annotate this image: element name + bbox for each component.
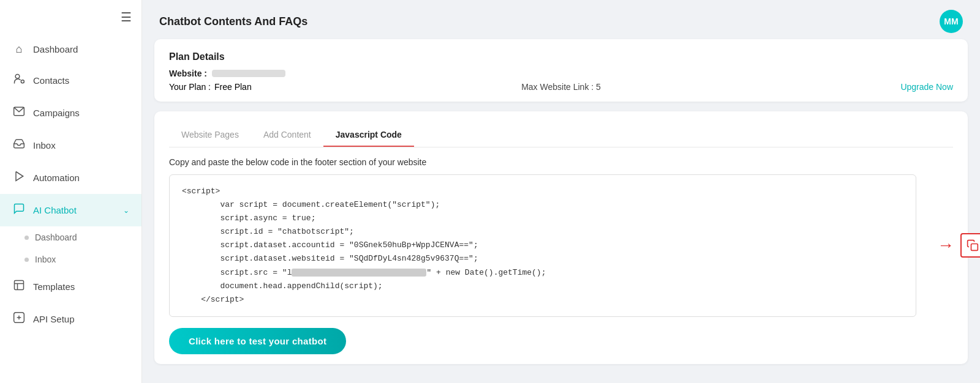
code-card: Website Pages Add Content Javascript Cod…: [154, 111, 968, 364]
sidebar-item-inbox[interactable]: Inbox: [0, 129, 141, 162]
sidebar-item-contacts[interactable]: Contacts: [0, 64, 141, 97]
sidebar-label-contacts: Contacts: [33, 75, 129, 86]
website-label: Website :: [169, 69, 207, 78]
sidebar-label-ai-chatbot: AI Chatbot: [33, 205, 116, 215]
your-plan-label: Your Plan :: [169, 82, 211, 92]
sidebar-item-ai-chatbot[interactable]: AI Chatbot ⌄: [0, 194, 141, 226]
contacts-icon: [12, 73, 26, 88]
code-line-8: document.head.appendChild(script);: [182, 280, 903, 293]
dashboard-icon: ⌂: [12, 43, 26, 56]
sidebar-sub-label-inbox: Inbox: [35, 255, 56, 264]
src-blurred: [292, 269, 426, 277]
code-line-4: script.id = "chatbotscript";: [182, 225, 903, 239]
sidebar-item-campaigns[interactable]: Campaigns: [0, 97, 141, 129]
sidebar-label-campaigns: Campaigns: [33, 108, 129, 118]
templates-icon: [12, 279, 26, 294]
your-plan-section: Your Plan : Free Plan: [169, 82, 393, 92]
sidebar-label-dashboard: Dashboard: [33, 44, 129, 54]
plan-details-card: Plan Details Website : Your Plan : Free …: [154, 39, 968, 102]
svg-point-0: [15, 75, 20, 79]
automation-icon: [12, 170, 26, 185]
sidebar-sub-chatbot-dashboard[interactable]: Dashboard: [0, 226, 141, 248]
code-outer: <script> var script = document.createEle…: [169, 174, 953, 317]
website-value-blurred: [212, 70, 285, 77]
copy-button-area: →: [937, 233, 980, 258]
sidebar-label-templates: Templates: [33, 281, 129, 292]
plan-details-title: Plan Details: [169, 51, 953, 62]
inbox-icon: [12, 138, 26, 153]
code-line-6: script.dataset.websiteid = "SQdDfDyL4sn4…: [182, 252, 903, 266]
code-line-9: </script>: [182, 293, 903, 307]
sidebar-label-api-setup: API Setup: [33, 314, 129, 324]
sidebar-label-inbox: Inbox: [33, 140, 129, 151]
code-block: <script> var script = document.createEle…: [169, 174, 916, 317]
sidebar-item-templates[interactable]: Templates: [0, 270, 141, 303]
upgrade-now-link[interactable]: Upgrade Now: [729, 82, 953, 92]
max-link-section: Max Website Link : 5: [393, 82, 729, 92]
sidebar-item-dashboard[interactable]: ⌂ Dashboard: [0, 34, 141, 64]
avatar[interactable]: MM: [940, 10, 963, 33]
topbar: Chatbot Contents And FAQs MM: [142, 0, 980, 39]
code-line-7: script.src = "l" + new Date().getTime();: [182, 266, 903, 280]
copy-button[interactable]: [960, 233, 980, 258]
ai-chatbot-icon: [12, 203, 26, 218]
plan-value: Free Plan: [214, 82, 252, 92]
max-link-label: Max Website Link :: [521, 82, 596, 92]
copy-arrow-icon: →: [937, 236, 954, 255]
svg-rect-3: [15, 281, 24, 290]
website-row: Website :: [169, 69, 953, 78]
code-description: Copy and paste the below code in the foo…: [169, 157, 953, 167]
sidebar-item-api-setup[interactable]: API Setup: [0, 303, 141, 335]
test-chatbot-button[interactable]: Click here to test your chatbot: [169, 328, 346, 354]
tab-website-pages[interactable]: Website Pages: [169, 124, 251, 147]
campaigns-icon: [12, 105, 26, 121]
tabs-bar: Website Pages Add Content Javascript Cod…: [169, 124, 953, 147]
hamburger-icon: ☰: [121, 10, 132, 24]
code-line-2: var script = document.createElement("scr…: [182, 198, 903, 212]
page-title: Chatbot Contents And FAQs: [159, 15, 307, 28]
sub-dot-icon: [24, 236, 29, 240]
code-line-5: script.dataset.accountid = "0SGnek50huBp…: [182, 239, 903, 252]
max-link-value: 5: [596, 82, 601, 92]
sidebar-sub-label-dashboard: Dashboard: [35, 232, 77, 242]
svg-rect-9: [971, 244, 978, 251]
code-line-1: <script>: [182, 185, 903, 198]
api-setup-icon: [12, 311, 26, 327]
sidebar-label-automation: Automation: [33, 173, 129, 183]
tab-javascript-code[interactable]: Javascript Code: [323, 124, 414, 147]
sub-dot-icon-inbox: [24, 258, 29, 262]
sidebar-sub-chatbot-inbox[interactable]: Inbox: [0, 248, 141, 270]
main-content: Chatbot Contents And FAQs MM Plan Detail…: [142, 0, 980, 383]
ai-chatbot-chevron-icon: ⌄: [123, 206, 129, 215]
plan-info-row: Your Plan : Free Plan Max Website Link :…: [169, 82, 953, 92]
code-line-3: script.async = true;: [182, 212, 903, 225]
sidebar: ☰ ⌂ Dashboard Contacts Campaigns Inbox A…: [0, 0, 142, 383]
tab-add-content[interactable]: Add Content: [251, 124, 323, 147]
copy-icon: [967, 239, 979, 251]
sidebar-item-automation[interactable]: Automation: [0, 162, 141, 194]
hamburger-button[interactable]: ☰: [0, 5, 141, 34]
